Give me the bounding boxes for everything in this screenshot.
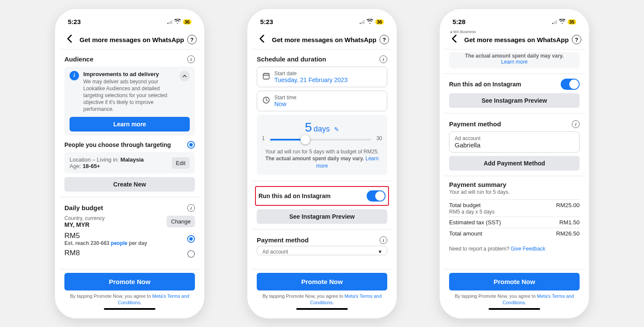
slider-max: 30 [377, 135, 382, 141]
page-title: Get more messages on WhatsApp [76, 36, 187, 43]
improve-body: We may deliver ads beyond your Lookalike… [83, 78, 175, 113]
summary-heading: Payment summary [449, 181, 580, 188]
start-time-field[interactable]: Start time Now [257, 91, 387, 111]
info-icon[interactable]: i [187, 204, 195, 212]
schedule-heading: Schedule and duration [257, 55, 326, 63]
ad-account-field[interactable]: Ad account Gabriella [449, 131, 580, 153]
days-number: 5 [305, 120, 312, 134]
targeting-radio[interactable] [187, 141, 195, 149]
days-word: days [313, 125, 330, 133]
duration-card: 5 days ✎ 1 30 Your ad will run for 5 day… [257, 115, 387, 175]
collapse-icon[interactable] [179, 71, 190, 81]
ad-account-field[interactable]: Ad account ▾ [257, 246, 387, 255]
back-to-app[interactable]: ◂ WA Business [450, 30, 476, 34]
instagram-toggle-highlight: Run this ad on Instagram [255, 186, 389, 206]
home-indicator[interactable] [296, 308, 348, 310]
back-icon[interactable] [63, 34, 76, 45]
ig-toggle[interactable] [367, 190, 386, 202]
status-icons: 36 [167, 19, 191, 25]
start-date-field[interactable]: Start date Tuesday, 21 February 2023 [257, 67, 387, 87]
start-date-label: Start date [274, 70, 347, 76]
info-icon[interactable]: i [380, 55, 387, 63]
ig-toggle[interactable] [561, 79, 580, 90]
status-time: 5:23 [68, 18, 81, 25]
duration-note: Your ad will run for 5 days with a budge… [262, 148, 382, 170]
status-time: 5:23 [260, 18, 273, 25]
info-icon[interactable]: i [380, 236, 387, 244]
summary-sub: Your ad will run for 5 days. [449, 189, 580, 195]
info-badge-icon: i [70, 71, 79, 80]
ad-account-value: Gabriella [455, 141, 480, 149]
learn-more-link[interactable]: Learn more [501, 59, 527, 65]
duration-slider[interactable] [267, 134, 374, 142]
targeting-option-label: People you choose through targeting [64, 141, 171, 148]
learn-more-button[interactable]: Learn more [70, 117, 190, 131]
slider-min: 1 [262, 135, 265, 141]
help-icon[interactable]: ? [380, 35, 389, 44]
battery-indicator: 36 [375, 19, 384, 24]
ig-toggle-label: Run this ad on Instagram [258, 193, 331, 199]
age-label: Age: [70, 163, 81, 169]
promote-now-button[interactable]: Promote Now [449, 273, 580, 290]
home-indicator[interactable] [489, 308, 540, 310]
ig-toggle-label: Run this ad on Instagram [449, 81, 521, 88]
calendar-icon [262, 73, 270, 81]
delivery-improvement-card: i Improvements to ad delivery We may del… [64, 67, 195, 136]
start-date-value: Tuesday, 21 February 2023 [274, 76, 347, 83]
back-icon[interactable] [255, 34, 269, 45]
info-icon[interactable]: i [572, 120, 580, 128]
row-total-budget-value: RM25.00 [556, 202, 580, 208]
feedback-link[interactable]: Give Feedback [510, 246, 545, 252]
phone-screen-2: 5:23 36 Get more messages on WhatsApp ? … [247, 9, 397, 318]
page-title: Get more messages on WhatsApp [461, 36, 572, 43]
budget-opt1-radio[interactable] [187, 235, 195, 243]
ad-account-label: Ad account [455, 135, 480, 141]
create-new-button[interactable]: Create New [64, 177, 195, 192]
agree-text: By tapping Promote Now, you agree to Met… [64, 293, 195, 306]
cellular-icon [167, 20, 172, 24]
help-icon[interactable]: ? [187, 35, 197, 44]
page-title: Get more messages on WhatsApp [269, 36, 380, 43]
row-budget-sub: RM5 a day x 5 days [449, 209, 580, 217]
payment-method-heading: Payment method [449, 120, 501, 128]
phone-screen-3: 5:28 35 ◂ WA Business Get more messages … [440, 9, 589, 318]
add-payment-button[interactable]: Add Payment Method [449, 156, 580, 171]
budget-opt2-price: RM8 [64, 249, 80, 257]
promote-now-button[interactable]: Promote Now [64, 273, 195, 290]
spend-note: The actual amount spent daily may vary. … [449, 52, 580, 68]
agree-text: By tapping Promote Now, you agree to Met… [257, 293, 387, 306]
ad-account-label: Ad account [262, 249, 288, 255]
wifi-icon [367, 19, 373, 25]
payment-method-heading: Payment method [257, 236, 309, 244]
edit-button[interactable]: Edit [172, 157, 190, 169]
agree-text: By tapping Promote Now, you agree to Met… [449, 293, 580, 306]
row-tax-label: Estimated tax (SST) [449, 219, 501, 226]
info-icon[interactable]: i [187, 55, 195, 63]
ig-preview-button[interactable]: See Instagram Preview [449, 93, 580, 108]
cellular-icon [360, 20, 365, 24]
currency-value: MY, MYR [64, 221, 105, 228]
battery-indicator: 35 [568, 19, 576, 24]
budget-opt1-reach: Est. reach 230-663 people per day [64, 240, 147, 246]
wifi-icon [559, 19, 565, 25]
help-icon[interactable]: ? [572, 35, 581, 44]
chevron-down-icon: ▾ [379, 248, 382, 255]
budget-opt2-radio[interactable] [187, 250, 195, 258]
change-button[interactable]: Change [167, 216, 195, 227]
status-bar: 5:23 36 [252, 13, 392, 31]
targeting-details-card: Location – Living in: Malaysia Age: 18-6… [64, 152, 195, 174]
feedback-text: Need to report a problem? Give Feedback [449, 246, 580, 252]
promote-now-button[interactable]: Promote Now [257, 273, 387, 290]
status-time: 5:28 [453, 18, 465, 25]
daily-budget-heading: Daily budget [64, 204, 103, 211]
ig-preview-button[interactable]: See Instagram Preview [257, 209, 387, 224]
clock-icon [262, 97, 270, 105]
edit-days-icon[interactable]: ✎ [334, 126, 339, 133]
status-bar: 5:23 36 [59, 13, 200, 31]
audience-heading: Audience [64, 55, 94, 63]
home-indicator[interactable] [104, 308, 155, 310]
phone-screen-1: 5:23 36 Get more messages on WhatsApp ? … [55, 9, 204, 318]
back-icon[interactable] [447, 34, 461, 45]
currency-label: Country, currency [64, 215, 105, 221]
budget-opt1-price: RM5 [64, 232, 147, 240]
